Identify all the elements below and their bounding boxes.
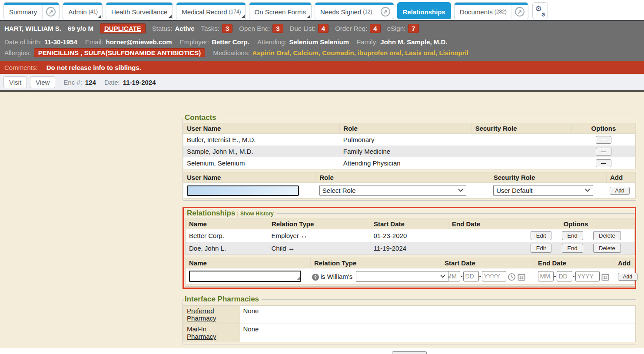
esign-count-badge[interactable]: 7 bbox=[408, 24, 418, 33]
tab-summary[interactable]: Summary ↗ bbox=[3, 2, 60, 19]
family-value: John M. Sample, M.D. bbox=[380, 38, 447, 46]
popout-arrow-icon: ↗ bbox=[46, 7, 56, 17]
main-content: Contacts User Name Role Security Role Op… bbox=[0, 92, 644, 348]
tab-health-surveillance[interactable]: Health Surveillance bbox=[106, 2, 173, 19]
tab-count: (12) bbox=[363, 9, 376, 15]
legend-separator: | bbox=[237, 211, 239, 217]
remove-contact-button[interactable]: — bbox=[596, 148, 611, 155]
start-day-input[interactable] bbox=[463, 271, 479, 281]
calendar-icon[interactable] bbox=[601, 273, 610, 281]
view-button[interactable]: View bbox=[30, 76, 55, 88]
relationships-table: Name Relation Type Start Date End Date O… bbox=[185, 218, 635, 255]
email-value: horner@mieweb.com bbox=[106, 38, 172, 46]
relationship-end-date bbox=[448, 229, 517, 242]
date-separator: - bbox=[479, 272, 481, 280]
relation-type-select[interactable] bbox=[356, 271, 448, 282]
relationship-row: Better Corp. Employer↔ 01-23-2020 Edit E… bbox=[186, 229, 635, 242]
duplicate-badge[interactable]: DUPLICATE bbox=[100, 23, 146, 33]
end-relationship-button[interactable]: End bbox=[562, 231, 583, 240]
end-relationship-button[interactable]: End bbox=[562, 244, 583, 253]
medications-list[interactable]: Aspirin Oral, Calcium, Coumadin, ibuprof… bbox=[252, 49, 468, 56]
contact-security-role-select[interactable]: User Default bbox=[493, 185, 593, 196]
col-header-user-name: User Name bbox=[183, 172, 316, 183]
remove-contact-button[interactable]: — bbox=[596, 159, 611, 167]
tab-admin[interactable]: Admin (41) bbox=[63, 2, 103, 19]
col-header-options: Options bbox=[517, 219, 635, 229]
remove-contact-button[interactable]: — bbox=[596, 136, 611, 144]
tab-count: (174) bbox=[229, 9, 246, 15]
pharmacy-row: Preferred Pharmacy None bbox=[183, 306, 636, 324]
open-enc-count-badge[interactable]: 3 bbox=[272, 24, 283, 33]
needs-signed-popout-button[interactable]: ↗ bbox=[377, 5, 394, 19]
tab-count: (41) bbox=[89, 9, 102, 15]
patient-age-sex: 69 y/o M bbox=[68, 25, 93, 32]
tab-needs-signed[interactable]: Needs Signed (12) ↗ bbox=[315, 2, 394, 19]
pharmacies-table: Preferred Pharmacy None Mail-In Pharmacy… bbox=[183, 305, 636, 342]
allergies-badge[interactable]: PENICILLINS , SULFA(SULFONAMIDE ANTIBIOT… bbox=[34, 48, 205, 57]
tasks-count-badge[interactable]: 3 bbox=[222, 24, 232, 33]
tab-medical-record[interactable]: Medical Record (174) bbox=[176, 2, 246, 19]
relationship-row: Doe, John L. Child↔ 11-19-2024 Edit End … bbox=[186, 242, 635, 255]
contact-name: Sample, John M., M.D. bbox=[183, 146, 340, 157]
comments-text: Do not release info to siblings. bbox=[46, 64, 141, 71]
due-list-count-badge[interactable]: 4 bbox=[318, 24, 329, 33]
employer-value: Better Corp. bbox=[212, 38, 249, 46]
medications-label: Medications: bbox=[213, 49, 249, 56]
contact-role-select[interactable]: Select Role bbox=[319, 185, 466, 196]
dropdown-corner-icon bbox=[307, 15, 310, 18]
relationship-type: Employer bbox=[272, 232, 299, 239]
summary-popout-button[interactable]: ↗ bbox=[43, 5, 59, 19]
add-relationship-button[interactable]: Add bbox=[618, 273, 637, 281]
email-label: Email: bbox=[85, 38, 103, 46]
col-header-user-name: User Name bbox=[183, 123, 340, 134]
relationship-start-date: 11-19-2024 bbox=[370, 242, 448, 255]
preferred-pharmacy-link[interactable]: Preferred Pharmacy bbox=[187, 307, 227, 322]
tab-relationships[interactable]: Relationships bbox=[397, 2, 451, 19]
col-header-relation-type: Relation Type bbox=[311, 258, 441, 268]
popout-arrow-icon: ↗ bbox=[515, 7, 524, 17]
end-day-input[interactable] bbox=[557, 271, 572, 281]
tab-count: (282) bbox=[495, 9, 511, 15]
edit-relationship-button[interactable]: Edit bbox=[531, 231, 551, 240]
relationship-name: Better Corp. bbox=[186, 229, 268, 242]
clock-icon[interactable] bbox=[508, 273, 516, 281]
settings-button[interactable]: ⚙⚙ bbox=[532, 2, 548, 19]
add-contact-button[interactable]: Add bbox=[610, 187, 629, 195]
open-enc-label: Open Enc: bbox=[239, 25, 270, 32]
possessive-label: is William's bbox=[321, 273, 353, 280]
col-header-security-role: Security Role bbox=[471, 123, 571, 134]
calendar-icon[interactable] bbox=[517, 273, 526, 281]
dropdown-corner-icon bbox=[98, 15, 101, 18]
contact-user-name-input[interactable] bbox=[187, 185, 299, 196]
mail-in-pharmacy-link[interactable]: Mail-In Pharmacy bbox=[187, 325, 227, 340]
delete-relationship-button[interactable]: Delete bbox=[593, 231, 621, 240]
submit-button[interactable]: Submit bbox=[392, 351, 427, 354]
tab-on-screen-forms[interactable]: On Screen Forms bbox=[249, 2, 312, 19]
status-value: Active bbox=[175, 25, 194, 32]
col-header-add: Add bbox=[614, 258, 635, 268]
tab-documents[interactable]: Documents (282) ↗ bbox=[454, 2, 528, 19]
preferred-pharmacy-value: None bbox=[240, 306, 636, 324]
due-list-label: Due List: bbox=[290, 25, 315, 32]
contact-row: Sample, John M., M.D. Family Medicine — bbox=[183, 146, 636, 157]
help-icon[interactable]: ? bbox=[312, 274, 319, 281]
end-year-input[interactable] bbox=[575, 271, 600, 281]
col-header-name: Name bbox=[186, 219, 268, 229]
documents-popout-button[interactable]: ↗ bbox=[511, 5, 528, 19]
start-year-input[interactable] bbox=[482, 271, 506, 281]
order-req-count-badge[interactable]: 4 bbox=[370, 24, 380, 33]
contact-row: Selenium, Selenium Attending Physician — bbox=[183, 157, 636, 169]
tab-label: Admin bbox=[63, 8, 92, 16]
visit-button[interactable]: Visit bbox=[3, 76, 27, 88]
show-history-link[interactable]: Show History bbox=[240, 211, 274, 217]
relationships-section: Relationships | Show History Name Relati… bbox=[185, 209, 635, 287]
tasks-label: Tasks: bbox=[201, 25, 219, 32]
col-header-end-date: End Date bbox=[448, 219, 517, 229]
edit-relationship-button[interactable]: Edit bbox=[531, 244, 551, 253]
end-month-input[interactable] bbox=[538, 271, 554, 281]
patient-name: HART, WILLIAM S. bbox=[4, 25, 61, 32]
order-req-label: Order Req: bbox=[335, 25, 367, 32]
contact-name: Butler, Internist E., M.D. bbox=[183, 134, 340, 146]
relationship-name-input[interactable] bbox=[189, 271, 301, 282]
delete-relationship-button[interactable]: Delete bbox=[593, 244, 621, 253]
